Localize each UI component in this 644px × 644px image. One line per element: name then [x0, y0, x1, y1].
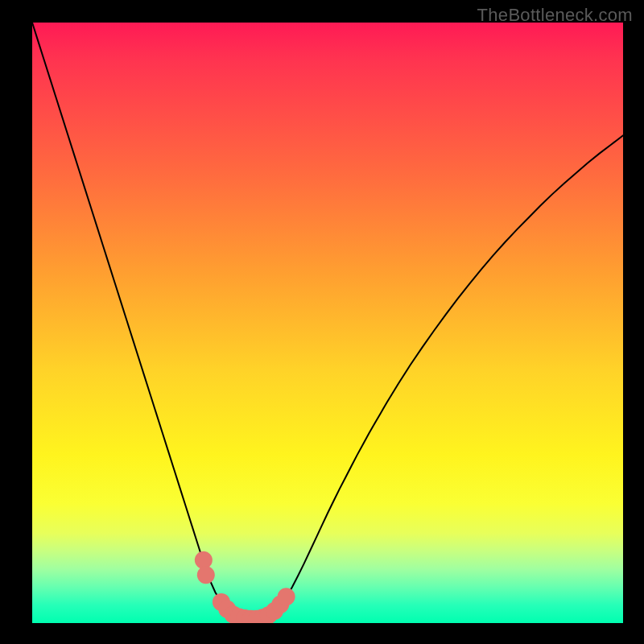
chart-plot-area	[32, 23, 623, 623]
chart-frame: TheBottleneck.com	[0, 0, 644, 644]
chart-svg	[32, 23, 623, 623]
optimal-zone-marker	[195, 551, 213, 569]
optimal-zone-marker	[197, 566, 215, 584]
bottleneck-curve	[32, 23, 623, 620]
watermark-text: TheBottleneck.com	[477, 5, 633, 26]
optimal-zone-marker	[278, 588, 295, 605]
